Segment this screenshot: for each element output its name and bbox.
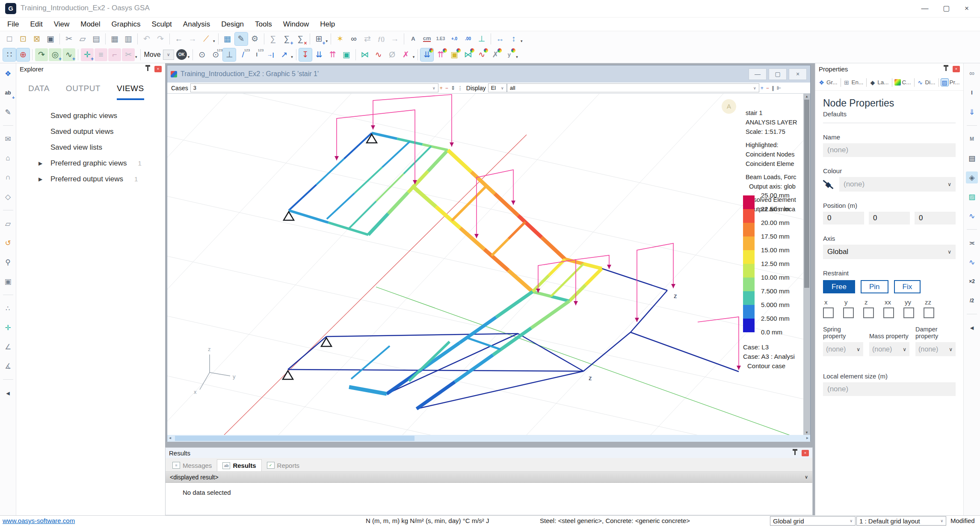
sum-delete-icon[interactable]: ∑×	[294, 33, 307, 45]
cut-icon[interactable]: ✂	[62, 33, 75, 45]
add-node-icon[interactable]: ⊕	[17, 48, 30, 61]
element-numbers-icon[interactable]: /123	[237, 48, 249, 61]
dimension-tool-icon[interactable]: ∡	[2, 360, 14, 372]
deform-tool-icon[interactable]: ∿	[966, 256, 978, 268]
list-add-icon[interactable]: +	[761, 85, 764, 91]
case-add-icon[interactable]: +	[440, 85, 443, 91]
position-z-field[interactable]: 0	[915, 212, 956, 225]
sculpt-cut-icon[interactable]: ✂	[122, 48, 135, 61]
goto-step-icon[interactable]: →	[388, 33, 401, 45]
maximize-button[interactable]: ▢	[936, 3, 956, 15]
menu-view[interactable]: View	[48, 20, 75, 29]
axis-select[interactable]: Global ∨	[823, 245, 956, 259]
package-box-icon[interactable]: ▱	[2, 218, 14, 230]
menu-window[interactable]: Window	[278, 20, 314, 29]
sum-add-icon[interactable]: ∑+	[281, 33, 293, 45]
show-nodes-icon[interactable]: ⊙	[195, 48, 208, 61]
tab-views[interactable]: VIEWS	[117, 84, 144, 100]
page-setup-icon[interactable]: ⊞+	[313, 33, 326, 45]
grid-layout-select[interactable]: 1 : Default grid layout∨	[856, 516, 946, 526]
fit-height-icon[interactable]: ↕	[507, 33, 520, 45]
close-button[interactable]: ×	[957, 3, 977, 15]
name-field[interactable]: (none)	[823, 143, 956, 157]
arch-frame-icon[interactable]: ∩	[2, 171, 14, 183]
portal-frame-icon[interactable]: ⌂	[2, 152, 14, 164]
patch-loads-icon[interactable]: ▣	[340, 48, 353, 61]
graphic-minimize-button[interactable]: —	[749, 68, 767, 80]
case-remove-icon[interactable]: −	[445, 85, 448, 91]
tab-entities[interactable]: ⊞En...	[842, 77, 865, 87]
list-pin-icon[interactable]: ⊩	[777, 85, 781, 91]
sidebar-item[interactable]: Saved view lists	[16, 139, 165, 155]
node-numbers-icon[interactable]: ⊙123	[209, 48, 222, 61]
tab-reports[interactable]: ✓Reports	[262, 459, 305, 471]
contour-patch-icon[interactable]: ▣	[448, 48, 461, 61]
contour-settings-icon[interactable]: ▨	[966, 191, 978, 203]
dof-checkbox-x[interactable]	[823, 307, 834, 318]
tab-properties[interactable]: ▨Pr...	[940, 77, 961, 87]
close-icon[interactable]: ×	[802, 450, 809, 456]
dropdown-arrow[interactable]: ▾	[521, 39, 523, 43]
collapse-right-icon[interactable]: ◂	[966, 322, 978, 334]
new-file-icon[interactable]: □	[3, 33, 16, 45]
layers-icon[interactable]: ≡	[95, 48, 107, 61]
pin-icon[interactable]	[147, 67, 148, 71]
sidebar-item[interactable]: Saved output views	[16, 124, 165, 139]
digits-up-icon[interactable]: +.0	[448, 33, 461, 45]
menu-model[interactable]: Model	[75, 20, 106, 29]
close-file-icon[interactable]: ⊠	[30, 33, 43, 45]
grid-select[interactable]: Global grid∨	[770, 516, 856, 526]
menu-tools[interactable]: Tools	[249, 20, 278, 29]
adjust-grid-icon[interactable]: ∷	[3, 48, 16, 61]
edit-view-icon[interactable]: ▣	[2, 275, 14, 287]
sculpt-tool-icon[interactable]: ✎	[2, 106, 14, 118]
tab-messages[interactable]: ≡Messages	[167, 459, 217, 471]
caret-right-icon[interactable]: ▶	[38, 160, 42, 166]
displayed-result-selector[interactable]: <displayed result> ∨	[166, 472, 812, 483]
colour-select[interactable]: (none) ∨	[839, 177, 956, 192]
dropdown-arrow[interactable]: ▾	[516, 55, 518, 59]
menu-graphics[interactable]: Graphics	[106, 20, 146, 29]
dropdown-arrow[interactable]: ▾	[188, 55, 190, 59]
dof-checkbox-xx[interactable]	[883, 307, 894, 318]
tab-results[interactable]: abResults	[217, 459, 261, 471]
member-link-icon[interactable]: ∞	[966, 68, 978, 80]
tab-output[interactable]: OUTPUT	[66, 84, 101, 100]
forward-icon[interactable]: →	[186, 33, 199, 45]
list-remove-icon[interactable]: −	[766, 85, 769, 91]
tab-diagrams[interactable]: ∿Di...	[916, 77, 936, 87]
axes-display-icon[interactable]: ⊥	[475, 33, 488, 45]
table-view-icon[interactable]: ▦	[221, 33, 234, 45]
graphic-views-icon[interactable]: ❖	[2, 68, 14, 80]
graphic-close-button[interactable]: ×	[789, 68, 807, 80]
settings-wrench-icon[interactable]: ⚙	[249, 33, 261, 45]
scale-half-icon[interactable]: /2	[966, 295, 978, 307]
horizontal-scrollbar[interactable]: ◂ ▸	[167, 435, 810, 442]
solid-cube-icon[interactable]: ◈	[966, 171, 978, 183]
open-file-icon[interactable]: ⊡	[17, 33, 30, 45]
element-axes-icon[interactable]: ↗	[278, 48, 290, 61]
cases-combo[interactable]: 3∨	[190, 83, 438, 92]
sidebar-item[interactable]: ▶Preferred graphic views1	[16, 155, 165, 171]
restraint-fix-button[interactable]: Fix	[894, 280, 921, 293]
minimize-button[interactable]: —	[915, 3, 935, 15]
display-entity-combo[interactable]: El∨	[488, 83, 507, 92]
import-gear-icon[interactable]: ⇓	[966, 106, 978, 118]
solid-model-icon[interactable]: ◇	[2, 191, 14, 203]
restraint-pin-button[interactable]: Pin	[861, 280, 888, 293]
diagram-settings-icon[interactable]: ∿	[966, 210, 978, 222]
spring-property-select[interactable]: (none) ∨	[823, 342, 863, 356]
undo-icon[interactable]: ↶	[140, 33, 153, 45]
dropdown-arrow[interactable]: ▾	[213, 39, 215, 43]
contour-moment-icon[interactable]: ∿	[475, 48, 488, 61]
menu-help[interactable]: Help	[314, 20, 340, 29]
oasys-website-link[interactable]: www.oasys-software.com	[3, 517, 75, 524]
contour-y-icon[interactable]: y	[503, 48, 515, 61]
shrink-tool-icon[interactable]: ≍	[966, 237, 978, 249]
position-x-field[interactable]: 0	[823, 212, 864, 225]
mail-message-icon[interactable]: ✉	[2, 133, 14, 145]
vertical-scrollbar-thumb[interactable]	[804, 100, 809, 288]
pin-icon[interactable]	[945, 67, 947, 71]
op-display-icon[interactable]: Ø	[386, 48, 399, 61]
ok-badge[interactable]: OK	[176, 49, 187, 60]
